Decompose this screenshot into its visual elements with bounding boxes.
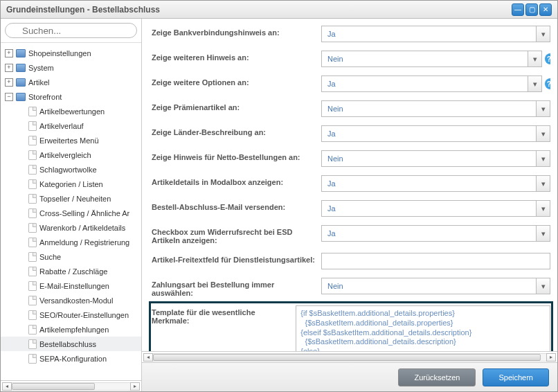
tree-item[interactable]: Warenkorb / Artikeldetails bbox=[1, 220, 141, 235]
select-input[interactable]: Nein bbox=[321, 51, 528, 67]
tree-label: SEO/Router-Einstellungen bbox=[39, 311, 129, 319]
tree-item[interactable]: Rabatte / Zuschläge bbox=[1, 264, 141, 278]
toggle-icon[interactable]: + bbox=[5, 64, 13, 72]
close-button[interactable]: ✕ bbox=[539, 3, 552, 16]
chevron-down-icon[interactable]: ▾ bbox=[537, 175, 550, 192]
page-icon bbox=[28, 296, 37, 305]
select-input[interactable]: Ja bbox=[321, 75, 528, 92]
tree-label: Artikel bbox=[28, 78, 50, 87]
chevron-down-icon[interactable]: ▾ bbox=[528, 75, 542, 92]
page-icon bbox=[28, 310, 37, 320]
select-input[interactable]: Nein bbox=[321, 278, 537, 294]
chevron-down-icon[interactable]: ▾ bbox=[537, 150, 550, 167]
maximize-button[interactable]: ▢ bbox=[525, 3, 538, 16]
tree-label: Erweitertes Menü bbox=[39, 136, 99, 145]
tree-item[interactable]: SEPA-Konfiguration bbox=[1, 351, 141, 366]
tree-item[interactable]: Bestellabschluss bbox=[1, 337, 141, 351]
tree-item[interactable]: Suche bbox=[1, 249, 141, 264]
page-icon bbox=[28, 252, 37, 262]
chevron-down-icon[interactable]: ▾ bbox=[537, 278, 550, 294]
page-icon bbox=[28, 165, 37, 175]
page-icon bbox=[28, 150, 37, 160]
chevron-down-icon[interactable]: ▾ bbox=[537, 26, 550, 42]
sidebar: 🔍 +Shopeinstellungen+System+Artikel−Stor… bbox=[1, 19, 142, 391]
toggle-icon[interactable]: + bbox=[5, 49, 13, 57]
select-input[interactable]: Nein bbox=[321, 150, 537, 167]
tree-label: Topseller / Neuheiten bbox=[39, 195, 111, 203]
main-hscroll[interactable]: ◂ ▸ bbox=[142, 351, 557, 362]
tree-folder[interactable]: −Storefront bbox=[1, 89, 141, 104]
tree-label: Versandkosten-Modul bbox=[39, 296, 113, 305]
field: Ja▾ bbox=[321, 225, 550, 242]
form-row: Zeige Prämienartikel an:Nein▾ bbox=[152, 96, 550, 121]
form-row: Bestell-Abschluss-E-Mail versenden:Ja▾ bbox=[152, 196, 550, 221]
chevron-down-icon[interactable]: ▾ bbox=[537, 225, 550, 242]
field-label: Zeige Prämienartikel an: bbox=[152, 100, 321, 112]
form-row: Zeige weitere Optionen an:Ja▾? bbox=[152, 71, 550, 96]
scroll-right-icon[interactable]: ▸ bbox=[546, 353, 556, 362]
scroll-left-icon[interactable]: ◂ bbox=[2, 382, 12, 391]
field bbox=[321, 253, 550, 269]
tree-item[interactable]: SEO/Router-Einstellungen bbox=[1, 308, 141, 322]
text-input[interactable] bbox=[321, 253, 550, 269]
tree-item[interactable]: Artikelverlauf bbox=[1, 118, 141, 133]
field-label: Bestell-Abschluss-E-Mail versenden: bbox=[152, 200, 321, 211]
nav-tree: +Shopeinstellungen+System+Artikel−Storef… bbox=[1, 43, 141, 380]
tree-item[interactable]: Kategorien / Listen bbox=[1, 177, 141, 191]
chevron-down-icon[interactable]: ▾ bbox=[537, 200, 550, 217]
tree-folder[interactable]: +System bbox=[1, 60, 141, 75]
tree-item[interactable]: Erweitertes Menü bbox=[1, 133, 141, 148]
scroll-thumb[interactable] bbox=[12, 383, 95, 390]
toggle-icon[interactable]: − bbox=[5, 93, 13, 101]
help-icon[interactable]: ? bbox=[545, 78, 550, 89]
reset-button[interactable]: Zurücksetzen bbox=[398, 368, 476, 386]
scroll-right-icon[interactable]: ▸ bbox=[130, 382, 140, 391]
page-icon bbox=[28, 354, 37, 364]
scroll-thumb[interactable] bbox=[153, 354, 541, 361]
tree-item[interactable]: Anmeldung / Registrierung bbox=[1, 235, 141, 249]
toggle-icon[interactable]: + bbox=[5, 78, 13, 87]
page-icon bbox=[28, 238, 37, 247]
scroll-track[interactable] bbox=[12, 382, 130, 391]
tree-item[interactable]: Artikelbewertungen bbox=[1, 104, 141, 118]
tree-item[interactable]: Cross-Selling / Ähnliche Ar bbox=[1, 206, 141, 220]
textarea-input[interactable]: {if $sBasketItem.additional_details.prop… bbox=[296, 305, 550, 351]
field-label: Zeige weiteren Hinweis an: bbox=[152, 51, 321, 62]
help-icon[interactable]: ? bbox=[545, 53, 550, 64]
select-input[interactable]: Ja bbox=[321, 175, 537, 192]
sidebar-hscroll[interactable]: ◂ ▸ bbox=[1, 380, 141, 391]
tree-label: E-Mail-Einstellungen bbox=[39, 282, 109, 290]
folder-icon bbox=[16, 64, 26, 72]
select-input[interactable]: Ja bbox=[321, 125, 537, 142]
minimize-button[interactable]: — bbox=[512, 3, 524, 16]
save-button[interactable]: Speichern bbox=[483, 368, 549, 386]
scroll-left-icon[interactable]: ◂ bbox=[143, 353, 153, 362]
tree-item[interactable]: Versandkosten-Modul bbox=[1, 293, 141, 308]
tree-label: Rabatte / Zuschläge bbox=[39, 267, 107, 276]
scroll-track[interactable] bbox=[153, 353, 546, 362]
select-input[interactable]: Nein bbox=[321, 100, 537, 117]
tree-item[interactable]: Artikelempfehlungen bbox=[1, 322, 141, 337]
search-input[interactable] bbox=[5, 23, 137, 38]
tree-label: Kategorien / Listen bbox=[39, 180, 103, 188]
select-input[interactable]: Ja bbox=[321, 225, 537, 242]
select-input[interactable]: Ja bbox=[321, 26, 537, 42]
chevron-down-icon[interactable]: ▾ bbox=[537, 100, 550, 117]
select-input[interactable]: Ja bbox=[321, 200, 537, 217]
form-row: Template für die wesentliche Merkmale:{i… bbox=[152, 301, 550, 351]
field-label: Artikeldetails in Modalbox anzeigen: bbox=[152, 175, 321, 186]
settings-form: Zeige Bankverbindungshinweis an:Ja▾Zeige… bbox=[142, 19, 557, 351]
tree-item[interactable]: Topseller / Neuheiten bbox=[1, 191, 141, 206]
folder-icon bbox=[16, 93, 26, 101]
tree-item[interactable]: E-Mail-Einstellungen bbox=[1, 278, 141, 293]
chevron-down-icon[interactable]: ▾ bbox=[528, 51, 542, 67]
page-icon bbox=[28, 267, 37, 276]
tree-folder[interactable]: +Shopeinstellungen bbox=[1, 46, 141, 60]
tree-label: Artikelempfehlungen bbox=[39, 326, 109, 334]
field-label: Template für die wesentliche Merkmale: bbox=[152, 305, 296, 325]
tree-item[interactable]: Artikelvergleich bbox=[1, 148, 141, 162]
tree-item[interactable]: Schlagwortwolke bbox=[1, 162, 141, 177]
tree-folder[interactable]: +Artikel bbox=[1, 75, 141, 89]
field-label: Checkbox zum Widerrufsrecht bei ESD Arti… bbox=[152, 225, 321, 244]
chevron-down-icon[interactable]: ▾ bbox=[537, 125, 550, 142]
